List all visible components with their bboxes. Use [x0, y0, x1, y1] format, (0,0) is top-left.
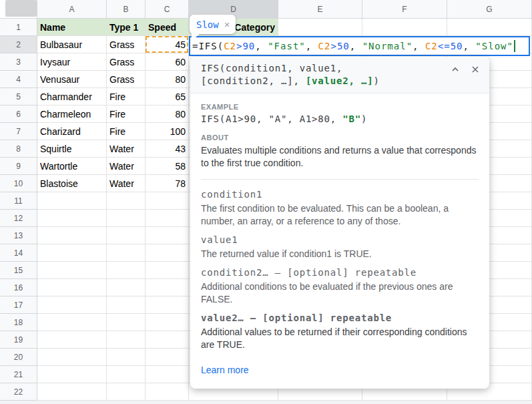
- cell-B2[interactable]: Grass: [107, 36, 146, 53]
- cell-A22[interactable]: [37, 383, 107, 401]
- cell-B8[interactable]: Water: [107, 140, 146, 158]
- cell-B14[interactable]: [107, 244, 146, 262]
- cell-A10[interactable]: Blastoise: [37, 175, 107, 192]
- row-header-10[interactable]: 10: [0, 175, 37, 192]
- cell-B4[interactable]: Grass: [107, 71, 146, 88]
- cell-B19[interactable]: [107, 331, 146, 349]
- cell-B13[interactable]: [107, 227, 146, 244]
- cell-C13[interactable]: [146, 227, 189, 244]
- cell-A16[interactable]: [37, 279, 107, 296]
- row-header-20[interactable]: 20: [0, 349, 37, 366]
- cell-B17[interactable]: [107, 296, 146, 314]
- cell-C17[interactable]: [146, 296, 189, 314]
- column-header-C[interactable]: C: [146, 0, 189, 19]
- cell-E1[interactable]: [278, 19, 362, 36]
- row-header-11[interactable]: 11: [0, 192, 37, 210]
- cell-B7[interactable]: Fire: [107, 123, 146, 140]
- cell-C4[interactable]: 80: [146, 71, 189, 88]
- cell-C6[interactable]: 80: [146, 106, 189, 123]
- cell-B3[interactable]: Grass: [107, 53, 146, 71]
- row-header-12[interactable]: 12: [0, 210, 37, 227]
- row-header-8[interactable]: 8: [0, 140, 37, 158]
- row-header-21[interactable]: 21: [0, 366, 37, 383]
- formula-cell-editor[interactable]: =IFS(C2>90, "Fast", C2>50, "Normal", C2<…: [189, 36, 530, 56]
- row-header-17[interactable]: 17: [0, 296, 37, 314]
- cell-B10[interactable]: Water: [107, 175, 146, 192]
- cell-B16[interactable]: [107, 279, 146, 296]
- cell-B1[interactable]: Type 1: [107, 19, 146, 36]
- cell-C5[interactable]: 65: [146, 88, 189, 106]
- select-all-corner[interactable]: [0, 0, 37, 19]
- cell-A18[interactable]: [37, 314, 107, 331]
- cell-A11[interactable]: [37, 192, 107, 210]
- cell-G1[interactable]: [447, 19, 532, 36]
- cell-B5[interactable]: Fire: [107, 88, 146, 106]
- cell-C15[interactable]: [146, 262, 189, 279]
- cell-C21[interactable]: [146, 366, 189, 383]
- cell-A13[interactable]: [37, 227, 107, 244]
- cell-C3[interactable]: 60: [146, 53, 189, 71]
- cell-A5[interactable]: Charmander: [37, 88, 107, 106]
- cell-B21[interactable]: [107, 366, 146, 383]
- cell-A14[interactable]: [37, 244, 107, 262]
- collapse-chevron-up-icon[interactable]: [448, 62, 463, 77]
- cell-B18[interactable]: [107, 314, 146, 331]
- cell-A20[interactable]: [37, 349, 107, 366]
- cell-C22[interactable]: [146, 383, 189, 401]
- cell-B6[interactable]: Fire: [107, 106, 146, 123]
- cell-C20[interactable]: [146, 349, 189, 366]
- cell-A8[interactable]: Squirtle: [37, 140, 107, 158]
- cell-A9[interactable]: Wartortle: [37, 158, 107, 175]
- row-header-19[interactable]: 19: [0, 331, 37, 349]
- row-header-18[interactable]: 18: [0, 314, 37, 331]
- cell-B22[interactable]: [107, 383, 146, 401]
- learn-more-link[interactable]: Learn more: [201, 365, 249, 375]
- cell-F1[interactable]: [362, 19, 447, 36]
- column-header-B[interactable]: B: [107, 0, 146, 19]
- row-header-7[interactable]: 7: [0, 123, 37, 140]
- cell-B11[interactable]: [107, 192, 146, 210]
- column-header-G[interactable]: G: [447, 0, 532, 19]
- cell-A3[interactable]: Ivysaur: [37, 53, 107, 71]
- cell-A15[interactable]: [37, 262, 107, 279]
- row-header-4[interactable]: 4: [0, 71, 37, 88]
- cell-C16[interactable]: [146, 279, 189, 296]
- cell-A21[interactable]: [37, 366, 107, 383]
- column-header-F[interactable]: F: [362, 0, 447, 19]
- row-header-13[interactable]: 13: [0, 227, 37, 244]
- row-header-16[interactable]: 16: [0, 279, 37, 296]
- cell-B12[interactable]: [107, 210, 146, 227]
- close-icon[interactable]: ×: [224, 19, 230, 29]
- cell-C2[interactable]: 45: [146, 36, 189, 53]
- cell-C19[interactable]: [146, 331, 189, 349]
- cell-A7[interactable]: Charizard: [37, 123, 107, 140]
- cell-C7[interactable]: 100: [146, 123, 189, 140]
- cell-C8[interactable]: 43: [146, 140, 189, 158]
- row-header-9[interactable]: 9: [0, 158, 37, 175]
- cell-C11[interactable]: [146, 192, 189, 210]
- cell-C12[interactable]: [146, 210, 189, 227]
- cell-C18[interactable]: [146, 314, 189, 331]
- cell-A12[interactable]: [37, 210, 107, 227]
- row-header-5[interactable]: 5: [0, 88, 37, 106]
- cell-A19[interactable]: [37, 331, 107, 349]
- column-header-E[interactable]: E: [278, 0, 362, 19]
- cell-B15[interactable]: [107, 262, 146, 279]
- cell-C9[interactable]: 58: [146, 158, 189, 175]
- column-header-A[interactable]: A: [37, 0, 107, 19]
- row-header-14[interactable]: 14: [0, 244, 37, 262]
- cell-A17[interactable]: [37, 296, 107, 314]
- cell-A4[interactable]: Venusaur: [37, 71, 107, 88]
- row-header-6[interactable]: 6: [0, 106, 37, 123]
- cell-A1[interactable]: Name: [37, 19, 107, 36]
- cell-C14[interactable]: [146, 244, 189, 262]
- cell-A2[interactable]: Bulbasaur: [37, 36, 107, 53]
- close-icon[interactable]: [468, 62, 483, 77]
- row-header-3[interactable]: 3: [0, 53, 37, 71]
- cell-B20[interactable]: [107, 349, 146, 366]
- row-header-2[interactable]: 2: [0, 36, 37, 53]
- row-header-22[interactable]: 22: [0, 383, 37, 401]
- row-header-1[interactable]: 1: [0, 19, 37, 36]
- cell-C1[interactable]: Speed: [146, 19, 189, 36]
- cell-A6[interactable]: Charmeleon: [37, 106, 107, 123]
